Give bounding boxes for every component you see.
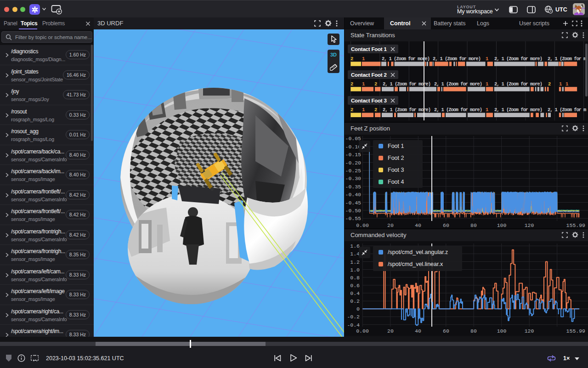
svg-text:-0.20: -0.20 xyxy=(345,160,361,166)
svg-text:20: 20 xyxy=(387,222,394,228)
svg-text:80: 80 xyxy=(470,328,477,334)
svg-text:40: 40 xyxy=(415,328,421,334)
svg-text:20: 20 xyxy=(387,328,394,334)
svg-text:0.00: 0.00 xyxy=(356,328,369,334)
svg-text:-0.45: -0.45 xyxy=(345,200,361,206)
svg-text:155.99: 155.99 xyxy=(566,328,586,334)
svg-text:0.6: 0.6 xyxy=(350,283,360,289)
svg-text:80: 80 xyxy=(470,222,477,228)
svg-text:1.6: 1.6 xyxy=(350,243,360,249)
svg-text:-0.40: -0.40 xyxy=(345,192,361,198)
svg-text:-0.55: -0.55 xyxy=(345,215,361,221)
svg-text:120: 120 xyxy=(525,328,534,334)
svg-text:-0.30: -0.30 xyxy=(345,176,361,181)
svg-text:0.8: 0.8 xyxy=(350,275,360,281)
svg-text:-0.2: -0.2 xyxy=(347,314,360,320)
svg-text:100: 100 xyxy=(497,222,507,228)
svg-text:1.2: 1.2 xyxy=(350,259,360,265)
svg-text:1.4: 1.4 xyxy=(350,251,360,257)
svg-text:1.0: 1.0 xyxy=(350,267,360,273)
svg-text:-0.35: -0.35 xyxy=(345,184,361,190)
svg-text:-0.4: -0.4 xyxy=(347,322,360,328)
svg-text:-0.25: -0.25 xyxy=(345,168,361,174)
svg-text:120: 120 xyxy=(525,222,534,228)
svg-text:0: 0 xyxy=(356,306,360,312)
svg-text:60: 60 xyxy=(443,222,449,228)
svg-text:0.00: 0.00 xyxy=(356,222,369,228)
svg-text:-0.15: -0.15 xyxy=(345,152,361,158)
svg-text:-0.50: -0.50 xyxy=(345,208,361,214)
svg-text:155.99: 155.99 xyxy=(566,222,586,228)
svg-text:100: 100 xyxy=(497,328,507,334)
svg-text:0.4: 0.4 xyxy=(350,290,360,296)
svg-text:60: 60 xyxy=(443,328,449,334)
svg-text:40: 40 xyxy=(415,222,421,228)
svg-text:0.2: 0.2 xyxy=(350,298,360,304)
